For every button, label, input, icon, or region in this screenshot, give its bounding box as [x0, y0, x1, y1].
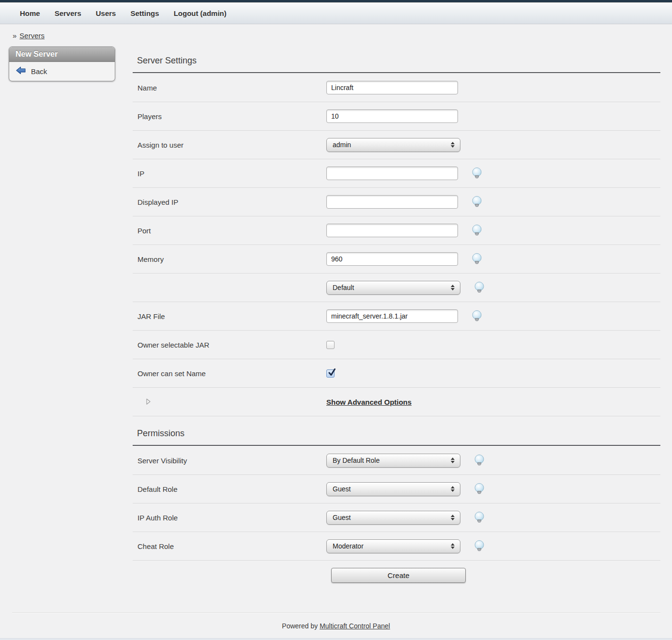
row-world-default: Default — [133, 274, 660, 302]
row-advanced-options: Show Advanced Options — [133, 388, 660, 416]
nav-item-users[interactable]: Users — [89, 9, 123, 17]
ip-auth-role-label: IP Auth Role — [133, 514, 326, 522]
row-default-role: Default Role Guest — [133, 475, 660, 503]
nav-item-servers[interactable]: Servers — [47, 9, 89, 17]
default-role-label: Default Role — [133, 485, 326, 493]
selected-value: admin — [333, 141, 351, 149]
breadcrumb-separator: » — [13, 31, 16, 40]
back-button[interactable]: Back — [9, 62, 115, 81]
selected-value: Guest — [333, 514, 351, 521]
selected-value: Default — [333, 284, 354, 291]
owner-can-set-name-label: Owner can set Name — [133, 369, 326, 378]
players-input[interactable] — [326, 109, 458, 123]
content-area: Server Settings Name Players Assign to u… — [133, 44, 660, 593]
new-server-panel: New Server Back — [9, 46, 115, 81]
ip-auth-role-help-lightbulb-icon[interactable] — [473, 511, 485, 524]
server-visibility-select[interactable]: By Default Role — [326, 454, 460, 468]
row-ip-auth-role: IP Auth Role Guest — [133, 503, 660, 532]
displayed-ip-help-lightbulb-icon[interactable] — [471, 196, 483, 208]
players-label: Players — [133, 112, 326, 121]
owner-selectable-jar-checkbox[interactable] — [326, 341, 335, 349]
nav-item-settings[interactable]: Settings — [123, 9, 166, 17]
default-help-lightbulb-icon[interactable] — [473, 281, 485, 294]
port-input[interactable] — [326, 224, 458, 237]
main-nav: Home Servers Users Settings Logout (admi… — [0, 3, 672, 24]
row-port: Port — [133, 216, 660, 245]
selected-value: Moderator — [333, 542, 364, 550]
ip-help-lightbulb-icon[interactable] — [471, 167, 483, 180]
cheat-role-select[interactable]: Moderator — [326, 539, 460, 553]
footer-prefix: Powered by — [282, 622, 318, 630]
row-owner-can-set-name: Owner can set Name — [133, 359, 660, 388]
select-stepper-icon — [451, 457, 455, 463]
default-role-select[interactable]: Guest — [326, 482, 460, 496]
select-stepper-icon — [451, 543, 455, 549]
displayed-ip-input[interactable] — [326, 195, 458, 209]
port-label: Port — [133, 227, 326, 235]
back-arrow-icon — [15, 66, 26, 76]
nav-item-logout[interactable]: Logout (admin) — [167, 9, 234, 17]
disclosure-triangle-icon[interactable] — [146, 398, 151, 405]
ip-input[interactable] — [326, 167, 458, 180]
server-visibility-help-lightbulb-icon[interactable] — [473, 454, 485, 467]
row-displayed-ip: Displayed IP — [133, 188, 660, 216]
show-advanced-options-link[interactable]: Show Advanced Options — [326, 398, 412, 406]
memory-label: Memory — [133, 255, 326, 263]
multicraft-link[interactable]: Multicraft Control Panel — [320, 622, 390, 630]
server-settings-title: Server Settings — [133, 44, 660, 72]
select-stepper-icon — [451, 515, 455, 520]
row-cheat-role: Cheat Role Moderator — [133, 532, 660, 561]
assign-to-user-label: Assign to user — [133, 141, 326, 149]
row-name: Name — [133, 74, 660, 102]
row-owner-selectable-jar: Owner selectable JAR — [133, 331, 660, 359]
row-jar-file: JAR File — [133, 302, 660, 331]
memory-help-lightbulb-icon[interactable] — [471, 253, 483, 265]
default-role-help-lightbulb-icon[interactable] — [473, 483, 485, 495]
port-help-lightbulb-icon[interactable] — [471, 224, 483, 237]
breadcrumb: »Servers — [0, 24, 672, 44]
owner-selectable-jar-label: Owner selectable JAR — [133, 341, 326, 349]
cheat-role-label: Cheat Role — [133, 542, 326, 550]
selected-value: Guest — [333, 485, 351, 493]
row-memory: Memory — [133, 245, 660, 274]
row-assign-to-user: Assign to user admin — [133, 131, 660, 159]
row-create: Create — [133, 561, 660, 593]
cheat-role-help-lightbulb-icon[interactable] — [473, 540, 485, 552]
breadcrumb-link-servers[interactable]: Servers — [19, 31, 45, 40]
footer: Powered by Multicraft Control Panel — [0, 613, 672, 640]
jar-file-help-lightbulb-icon[interactable] — [471, 310, 483, 322]
bottom-strip — [0, 638, 672, 640]
nav-item-home[interactable]: Home — [13, 9, 47, 17]
jar-file-label: JAR File — [133, 312, 326, 320]
create-button[interactable]: Create — [331, 568, 466, 583]
ip-auth-role-select[interactable]: Guest — [326, 511, 460, 525]
displayed-ip-label: Displayed IP — [133, 198, 326, 206]
server-visibility-label: Server Visibility — [133, 457, 326, 465]
memory-input[interactable] — [326, 252, 458, 266]
permissions-title: Permissions — [133, 416, 660, 445]
assign-to-user-select[interactable]: admin — [326, 138, 460, 152]
row-players: Players — [133, 102, 660, 131]
select-stepper-icon — [451, 142, 455, 148]
select-stepper-icon — [451, 285, 455, 290]
back-label: Back — [31, 67, 47, 76]
row-server-visibility: Server Visibility By Default Role — [133, 446, 660, 475]
select-stepper-icon — [451, 486, 455, 492]
selected-value: By Default Role — [333, 457, 380, 464]
name-input[interactable] — [326, 81, 458, 94]
owner-can-set-name-checkbox[interactable] — [326, 369, 335, 378]
default-select[interactable]: Default — [326, 281, 460, 295]
panel-title: New Server — [9, 47, 115, 62]
name-label: Name — [133, 84, 326, 92]
ip-label: IP — [133, 169, 326, 178]
jar-file-input[interactable] — [326, 309, 458, 323]
row-ip: IP — [133, 159, 660, 188]
